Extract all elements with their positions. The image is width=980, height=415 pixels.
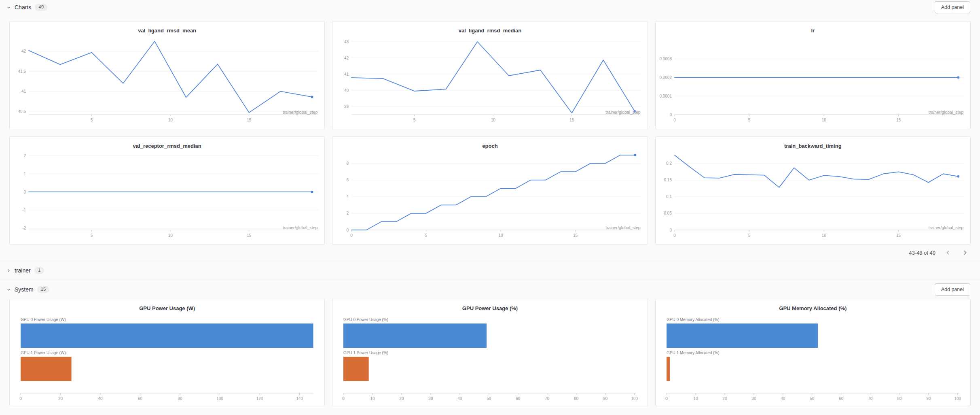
svg-text:70: 70 xyxy=(545,396,550,401)
svg-text:6: 6 xyxy=(347,178,349,182)
chart-plot-area: 394041424351015 trainer/global_step xyxy=(334,36,646,126)
svg-text:0: 0 xyxy=(351,233,353,238)
trainer-section-header: trainer 1 xyxy=(0,261,980,280)
line-chart-svg: -2-101251015 xyxy=(11,151,323,241)
svg-text:40: 40 xyxy=(458,396,463,401)
svg-text:80: 80 xyxy=(897,396,902,401)
svg-text:10: 10 xyxy=(168,233,173,238)
svg-text:GPU 0 Power Usage (W): GPU 0 Power Usage (W) xyxy=(21,317,66,322)
charts-count-badge: 49 xyxy=(35,4,47,11)
svg-text:43: 43 xyxy=(344,40,349,44)
svg-text:60: 60 xyxy=(839,396,844,401)
system-section-title: System xyxy=(15,286,34,293)
svg-text:0: 0 xyxy=(665,396,668,401)
charts-section-title: Charts xyxy=(15,4,31,11)
svg-text:GPU 0 Memory Allocated (%): GPU 0 Memory Allocated (%) xyxy=(667,317,720,322)
svg-text:80: 80 xyxy=(574,396,579,401)
svg-text:2: 2 xyxy=(23,153,26,158)
trainer-section-toggle[interactable]: trainer 1 xyxy=(5,266,46,275)
svg-text:42: 42 xyxy=(344,56,349,60)
svg-text:0: 0 xyxy=(669,113,672,117)
svg-text:8: 8 xyxy=(347,161,349,166)
svg-text:0: 0 xyxy=(673,118,676,122)
svg-text:40: 40 xyxy=(98,396,103,401)
charts-pagination: 43-48 of 49 xyxy=(0,245,980,261)
svg-text:39: 39 xyxy=(344,104,349,109)
chart-plot-area: GPU 0 Power Usage (%)GPU 1 Power Usage (… xyxy=(334,314,646,403)
chart-plot-area: -2-101251015 trainer/global_step xyxy=(11,151,323,241)
pagination-prev-button[interactable] xyxy=(944,249,952,256)
pagination-next-button[interactable] xyxy=(961,249,969,256)
chart-title: epoch xyxy=(332,137,647,151)
svg-text:90: 90 xyxy=(926,396,931,401)
svg-text:20: 20 xyxy=(722,396,727,401)
line-chart-svg: 00.00010.00020.0003051015 xyxy=(657,36,969,126)
chart-plot-area: 40.54141.54251015 trainer/global_step xyxy=(11,36,323,126)
svg-text:10: 10 xyxy=(491,118,496,122)
svg-text:0.0001: 0.0001 xyxy=(659,94,672,98)
add-panel-button[interactable]: Add panel xyxy=(935,1,970,13)
svg-text:50: 50 xyxy=(487,396,492,401)
svg-text:42: 42 xyxy=(21,49,26,53)
chart-panel-val-ligand-rmsd-median[interactable]: val_ligand_rmsd_median 394041424351015 t… xyxy=(332,21,648,129)
x-axis-label: trainer/global_step xyxy=(605,225,640,230)
svg-text:15: 15 xyxy=(247,233,252,238)
line-chart-svg: 394041424351015 xyxy=(334,36,646,126)
chart-title: GPU Power Usage (W) xyxy=(10,299,324,314)
system-section-header: System 15 Add panel xyxy=(0,280,980,299)
add-panel-button[interactable]: Add panel xyxy=(935,283,970,296)
chevron-left-icon xyxy=(945,250,951,255)
trainer-section-title: trainer xyxy=(15,267,31,274)
svg-text:0: 0 xyxy=(347,228,349,232)
svg-text:15: 15 xyxy=(570,118,575,122)
svg-text:60: 60 xyxy=(516,396,521,401)
svg-text:20: 20 xyxy=(400,396,404,401)
chart-panel-epoch[interactable]: epoch 02468051015 trainer/global_step xyxy=(332,136,648,245)
chart-panel-gpu-power-usage-w[interactable]: GPU Power Usage (W) GPU 0 Power Usage (W… xyxy=(9,299,325,406)
svg-text:0.15: 0.15 xyxy=(664,178,672,182)
chevron-right-icon xyxy=(6,268,11,273)
svg-text:5: 5 xyxy=(413,118,416,122)
svg-text:41: 41 xyxy=(21,89,26,94)
chart-plot-area: GPU 0 Memory Allocated (%)GPU 1 Memory A… xyxy=(657,314,969,403)
chart-panel-val-receptor-rmsd-median[interactable]: val_receptor_rmsd_median -2-101251015 tr… xyxy=(9,136,325,245)
svg-text:30: 30 xyxy=(751,396,756,401)
chart-panel-lr[interactable]: lr 00.00010.00020.0003051015 trainer/glo… xyxy=(655,21,971,129)
chart-panel-train-backward-timing[interactable]: train_backward_timing 00.050.10.150.2051… xyxy=(655,136,971,245)
charts-panel-grid: val_ligand_rmsd_mean 40.54141.54251015 t… xyxy=(0,21,980,245)
x-axis-label: trainer/global_step xyxy=(605,110,640,115)
svg-text:15: 15 xyxy=(896,233,901,238)
svg-text:90: 90 xyxy=(603,396,608,401)
svg-text:0.0002: 0.0002 xyxy=(659,75,672,80)
svg-text:80: 80 xyxy=(178,396,182,401)
pagination-range-label: 43-48 of 49 xyxy=(909,250,936,256)
svg-text:5: 5 xyxy=(425,233,428,238)
charts-section-header: Charts 49 Add panel xyxy=(0,0,980,15)
svg-text:100: 100 xyxy=(216,396,223,401)
system-panel-grid: GPU Power Usage (W) GPU 0 Power Usage (W… xyxy=(0,299,980,406)
chart-panel-gpu-memory-allocated-pct[interactable]: GPU Memory Allocated (%) GPU 0 Memory Al… xyxy=(655,299,971,406)
chart-panel-gpu-power-usage-pct[interactable]: GPU Power Usage (%) GPU 0 Power Usage (%… xyxy=(332,299,648,406)
chart-plot-area: 00.00010.00020.0003051015 trainer/global… xyxy=(657,36,969,126)
svg-text:10: 10 xyxy=(821,118,826,122)
x-axis-label: trainer/global_step xyxy=(283,225,317,230)
svg-text:5: 5 xyxy=(91,118,93,122)
bar-chart-svg: GPU 0 Power Usage (W)GPU 1 Power Usage (… xyxy=(11,314,323,403)
svg-text:GPU 0 Power Usage (%): GPU 0 Power Usage (%) xyxy=(343,317,388,322)
line-chart-svg: 40.54141.54251015 xyxy=(11,36,323,126)
system-count-badge: 15 xyxy=(37,286,50,293)
chart-title: lr xyxy=(656,21,970,36)
svg-text:GPU 1 Power Usage (%): GPU 1 Power Usage (%) xyxy=(343,351,388,355)
svg-text:0: 0 xyxy=(343,396,345,401)
system-section-toggle[interactable]: System 15 xyxy=(5,285,51,294)
chart-panel-val-ligand-rmsd-mean[interactable]: val_ligand_rmsd_mean 40.54141.54251015 t… xyxy=(9,21,325,129)
svg-text:0: 0 xyxy=(673,233,676,238)
svg-text:10: 10 xyxy=(168,118,173,122)
svg-text:0.2: 0.2 xyxy=(666,161,672,166)
svg-text:140: 140 xyxy=(296,396,303,401)
svg-text:10: 10 xyxy=(499,233,504,238)
chart-plot-area: 02468051015 trainer/global_step xyxy=(334,151,646,241)
svg-text:60: 60 xyxy=(138,396,143,401)
charts-section-toggle[interactable]: Charts 49 xyxy=(5,3,49,12)
chart-plot-area: 00.050.10.150.2051015 trainer/global_ste… xyxy=(657,151,969,241)
